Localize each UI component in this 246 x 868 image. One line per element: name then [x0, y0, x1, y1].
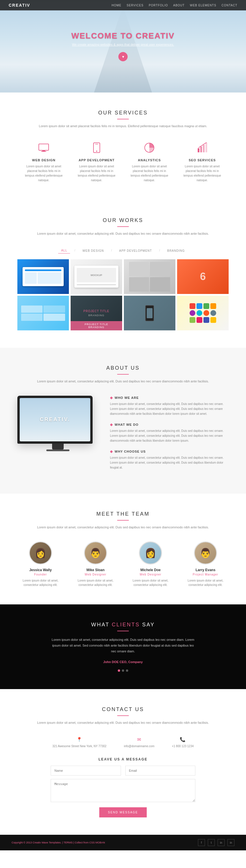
svg-rect-10 — [206, 143, 207, 152]
service-seo: SEO SERVICES Lorem ipsum dolor sit amet … — [182, 141, 223, 183]
work-item-8[interactable] — [177, 296, 229, 330]
seo-text: Lorem ipsum dolor sit amet placerat faci… — [182, 164, 223, 183]
social-pinterest[interactable]: in — [218, 839, 225, 846]
contact-email: ✉ info@domainname.com — [124, 737, 155, 749]
social-facebook[interactable]: f — [198, 839, 205, 846]
svg-rect-5 — [95, 144, 98, 145]
team-divider — [117, 520, 129, 521]
about-what-we-do: ◆ WHAT WE DO Lorem ipsum dolor sit amet,… — [110, 423, 229, 443]
clients-content: WHAT CLIENTS SAY Lorem ipsum dolor sit a… — [23, 622, 223, 672]
work-item-6-label: PROJECT TITLEBranding — [71, 321, 122, 330]
about-monitor: CREATIV. — [17, 396, 92, 444]
footer-copyright: Copyright © 2013 Creativ Wave Templates.… — [11, 841, 105, 844]
team-grid: 👩 Jessica Wally Founder Lorem ipsum dolo… — [17, 541, 229, 587]
team-desc-3: Lorem ipsum dolor sit amet, consectetur … — [130, 578, 171, 587]
monitor-base — [46, 450, 70, 451]
services-divider — [117, 119, 129, 119]
about-description: Lorem ipsum dolor sit amet, consectetur … — [36, 379, 210, 384]
work-item-7[interactable] — [124, 296, 175, 330]
svg-point-4 — [96, 151, 97, 152]
name-input[interactable] — [51, 766, 121, 776]
social-twitter[interactable]: t — [208, 839, 215, 846]
work-item-4[interactable]: 6 — [177, 259, 229, 294]
hero-scroll-button[interactable]: ▾ — [118, 52, 128, 61]
client-dot-3[interactable] — [126, 670, 128, 672]
about-who-we-are: ◆ WHO WE ARE Lorem ipsum dolor sit amet,… — [110, 396, 229, 416]
monitor-screen: CREATIV. — [20, 398, 90, 441]
nav-web-elements[interactable]: WEB ELEMENTS — [190, 4, 216, 7]
message-input[interactable] — [51, 779, 195, 802]
team-title: MEET THE TEAM — [17, 511, 229, 517]
seo-icon — [195, 141, 210, 155]
phone-icon: 📞 — [180, 737, 186, 742]
svg-rect-0 — [39, 144, 49, 150]
team-description: Lorem ipsum dolor sit amet, consectetur … — [36, 525, 210, 530]
contact-form: SEND MESSAGE — [51, 766, 195, 817]
footer: Copyright © 2013 Creativ Wave Templates.… — [0, 835, 246, 850]
contact-info: 📍 321 Awesome Street New York, NY 77302 … — [23, 737, 223, 749]
services-grid: WEB DESIGN Lorem ipsum dolor sit amet pl… — [23, 141, 223, 183]
contact-form-title: LEAVE US A MESSAGE — [23, 757, 223, 761]
work-item-3[interactable] — [124, 259, 175, 294]
nav-contact[interactable]: CONTACT — [221, 4, 237, 7]
filter-divider-1: / — [74, 248, 75, 253]
client-dot-2[interactable] — [122, 670, 124, 672]
works-title: OUR WORKS — [17, 217, 229, 223]
app-dev-icon — [89, 141, 104, 155]
work-item-6[interactable]: PROJECT TITLE Branding PROJECT TITLEBran… — [71, 296, 122, 330]
filter-branding[interactable]: Branding — [164, 248, 188, 253]
filter-web-design[interactable]: Web Design — [80, 248, 107, 253]
nav-about[interactable]: ABOUT — [173, 4, 184, 7]
work-item-5[interactable] — [17, 296, 69, 330]
about-image: CREATIV. — [17, 396, 99, 451]
team-desc-4: Lorem ipsum dolor sit amet, consectetur … — [185, 578, 226, 587]
work-item-1[interactable] — [17, 259, 69, 294]
service-analytics: ANALYSTICS Lorem ipsum dolor sit amet pl… — [129, 141, 170, 183]
team-avatar-4: 👨 — [194, 541, 217, 564]
navigation: CREATIV HOME SERVICES PORTFOLIO ABOUT WE… — [0, 0, 246, 10]
filter-all[interactable]: All — [58, 248, 70, 253]
filter-divider-3: / — [159, 248, 160, 253]
team-member-2: 👨 Mike Sloan Web Designer Lorem ipsum do… — [75, 541, 116, 587]
about-title: ABOUT US — [17, 365, 229, 371]
hero-subtitle: We create amazing websites & apps that d… — [72, 43, 175, 46]
contact-title: CONTACT US — [23, 706, 223, 712]
why-icon: ◆ — [110, 450, 113, 454]
contact-divider — [117, 715, 129, 716]
analytics-icon — [142, 141, 157, 155]
contact-phone: 📞 +1 800 123 1234 — [172, 737, 194, 749]
filter-divider-2: / — [111, 248, 112, 253]
team-avatar-1: 👩 — [29, 541, 52, 564]
about-who-text: Lorem ipsum dolor sit amet, consectetur … — [110, 401, 229, 416]
contact-email-text: info@domainname.com — [124, 744, 155, 749]
social-linkedin[interactable]: in — [227, 839, 235, 846]
send-button[interactable]: SEND MESSAGE — [99, 807, 147, 817]
app-dev-text: Lorem ipsum dolor sit amet placerat faci… — [76, 164, 117, 183]
avatar-face-1: 👩 — [30, 542, 51, 564]
services-title: OUR SERVICES — [23, 110, 223, 116]
email-icon: ✉ — [137, 737, 141, 742]
works-grid: MOCKUP 6 — [17, 259, 229, 330]
nav-portfolio[interactable]: PORTFOLIO — [149, 4, 168, 7]
team-name-2: Mike Sloan — [75, 568, 116, 572]
service-web-design: WEB DESIGN Lorem ipsum dolor sit amet pl… — [23, 141, 64, 183]
filter-app-dev[interactable]: App Development — [116, 248, 155, 253]
work-item-1-inner — [17, 259, 69, 294]
nav-logo[interactable]: CREATIV — [9, 3, 30, 7]
email-input[interactable] — [125, 766, 196, 776]
nav-services[interactable]: SERVICES — [127, 4, 143, 7]
contact-address: 📍 321 Awesome Street New York, NY 77302 — [52, 737, 107, 749]
client-dot-1[interactable] — [118, 670, 120, 672]
contact-section: CONTACT US Lorem ipsum dolor sit amet, c… — [0, 689, 246, 835]
work-item-2[interactable]: MOCKUP — [71, 259, 122, 294]
clients-quote: Lorem ipsum dolor sit amet, consectetur … — [51, 637, 195, 654]
team-member-3: 👩 Michele Doe Web Designer Lorem ipsum d… — [130, 541, 171, 587]
web-design-icon — [36, 141, 51, 155]
hero-text: WELCOME TO CREATIV We create amazing web… — [72, 31, 175, 46]
nav-home[interactable]: HOME — [111, 4, 121, 7]
clients-dots — [23, 670, 223, 672]
nav-links: HOME SERVICES PORTFOLIO ABOUT WEB ELEMEN… — [111, 4, 237, 7]
clients-title: WHAT CLIENTS SAY — [23, 622, 223, 628]
team-avatar-3: 👩 — [139, 541, 162, 564]
about-what-title: ◆ WHAT WE DO — [110, 423, 229, 427]
